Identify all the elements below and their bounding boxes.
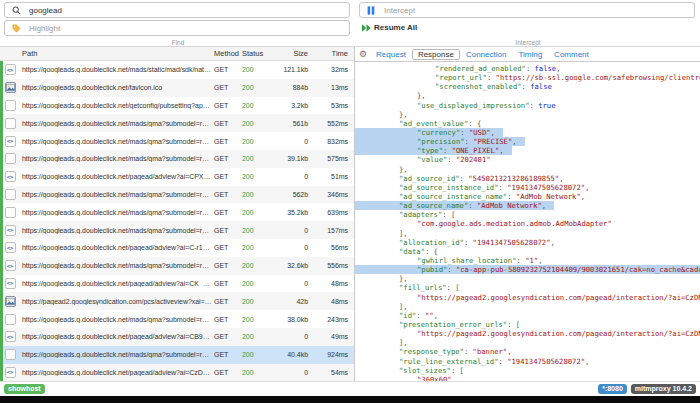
tab-request[interactable]: Request (370, 49, 412, 60)
json-line: "adapters": [ (355, 210, 700, 219)
flow-marker (0, 239, 3, 257)
flow-status: 200 (242, 138, 268, 145)
json-line: "rule_line_external_id": "19413475056280… (355, 357, 700, 366)
flow-row[interactable]: https://googleads.g.doubleclick.net/favi… (0, 79, 354, 97)
flow-row[interactable]: https://googleads.g.doubleclick.net/mads… (0, 257, 354, 275)
highlight-input[interactable] (27, 22, 349, 34)
intercept-caption: Intercept (356, 39, 700, 46)
flow-time: 32ms (308, 66, 354, 73)
code-file-icon (0, 331, 20, 342)
json-line-highlighted: "precision": "PRECISE", (355, 137, 525, 146)
flow-path: https://googleads.g.doubleclick.net/mads… (20, 155, 212, 162)
flow-marker (0, 221, 3, 239)
flow-marker (0, 292, 3, 310)
flow-time: 54ms (308, 369, 354, 376)
code-file-icon (0, 278, 20, 289)
image-file-icon (0, 296, 20, 307)
intercept-input[interactable] (382, 4, 694, 16)
tab-response[interactable]: Response (412, 49, 460, 60)
document-file-icon (0, 153, 20, 164)
flow-path: https://googleads.g.doubleclick.net/page… (20, 244, 212, 251)
flow-method: GET (212, 138, 242, 145)
flow-row[interactable]: https://googleads.g.doubleclick.net/getc… (0, 97, 354, 115)
flow-marker (0, 346, 3, 364)
column-header-status[interactable]: Status (242, 49, 268, 58)
flow-method: GET (212, 191, 242, 198)
flow-path: https://googleads.g.doubleclick.net/mads… (20, 209, 212, 216)
json-line: "value": "202401" (355, 155, 700, 164)
code-file-icon (0, 225, 20, 236)
flow-status: 200 (242, 351, 268, 358)
json-line: "data": { (355, 247, 700, 256)
flow-method: GET (212, 351, 242, 358)
flow-path: https://googleads.g.doubleclick.net/mads… (20, 120, 212, 127)
tab-connection[interactable]: Connection (460, 49, 512, 60)
flow-row[interactable]: https://googleads.g.doubleclick.net/page… (0, 275, 354, 293)
detail-tabs: ⚙ RequestResponseConnectionTimingComment (355, 47, 700, 62)
flow-size: 0 (268, 333, 308, 340)
flow-row[interactable]: https://googleads.g.doubleclick.net/mads… (0, 150, 354, 168)
gear-icon[interactable]: ⚙ (359, 50, 367, 59)
flow-row[interactable]: https://pagead2.googlesyndication.com/pc… (0, 292, 354, 310)
version-badge: mitmproxy 10.4.2 (631, 384, 696, 394)
flow-status: 200 (242, 244, 268, 251)
json-line: "allocation_id": "1941347505628072", (355, 238, 700, 247)
response-json-view[interactable]: "rendered_ad_enabled": false,"report_url… (355, 62, 700, 381)
mitmproxy-web-app: Find Resume All Intercept Path Method St… (0, 0, 700, 403)
flow-row[interactable]: https://googleads.g.doubleclick.net/mads… (0, 346, 354, 364)
column-header-path[interactable]: Path (20, 49, 212, 58)
json-line: "slot_sizes": [ (355, 366, 700, 375)
tab-timing[interactable]: Timing (512, 49, 548, 60)
flow-size: 0 (268, 138, 308, 145)
flow-row[interactable]: https://googleads.g.doubleclick.net/mads… (0, 203, 354, 221)
flow-marker (0, 328, 3, 346)
flow-marker (0, 364, 3, 381)
flow-row[interactable]: https://googleads.g.doubleclick.net/mads… (0, 61, 354, 79)
search-input[interactable] (27, 4, 349, 16)
flow-row[interactable]: https://googleads.g.doubleclick.net/mads… (0, 221, 354, 239)
code-file-icon (0, 171, 20, 182)
flow-size: 0 (268, 369, 308, 376)
flow-time: 56ms (308, 244, 354, 251)
flow-path: https://googleads.g.doubleclick.net/favi… (20, 84, 212, 91)
flow-method: GET (212, 209, 242, 216)
flow-time: 243ms (308, 316, 354, 323)
flow-method: GET (212, 333, 242, 340)
flow-path: https://googleads.g.doubleclick.net/mads… (20, 191, 212, 198)
json-line: ], (355, 338, 700, 347)
flow-row[interactable]: https://googleads.g.doubleclick.net/mads… (0, 114, 354, 132)
flow-row[interactable]: https://googleads.g.doubleclick.net/page… (0, 168, 354, 186)
flow-size: 39.1kb (268, 155, 308, 162)
flow-method: GET (212, 155, 242, 162)
flow-marker (0, 310, 3, 328)
flow-row[interactable]: https://googleads.g.doubleclick.net/mads… (0, 132, 354, 150)
flow-size: 0 (268, 173, 308, 180)
flow-size: 0 (268, 227, 308, 234)
column-header-method[interactable]: Method (212, 49, 242, 58)
flow-row[interactable]: https://googleads.g.doubleclick.net/mads… (0, 310, 354, 328)
flow-marker (0, 79, 3, 97)
flow-size: 561b (268, 120, 308, 127)
flow-marker (0, 257, 3, 275)
flow-size: 0 (268, 244, 308, 251)
search-group (4, 2, 350, 18)
flow-time: 51ms (308, 173, 354, 180)
flow-row[interactable]: https://googleads.g.doubleclick.net/page… (0, 364, 354, 381)
tag-icon (5, 24, 27, 33)
flow-size: 121.1kb (268, 66, 308, 73)
column-header-time[interactable]: Time (308, 49, 354, 58)
flow-time: 346ms (308, 191, 354, 198)
tab-comment[interactable]: Comment (548, 49, 595, 60)
flow-marker (0, 97, 3, 115)
find-caption: Find (0, 39, 356, 46)
flow-size: 0 (268, 280, 308, 287)
flow-row[interactable]: https://googleads.g.doubleclick.net/page… (0, 328, 354, 346)
flow-row[interactable]: https://googleads.g.doubleclick.net/mads… (0, 186, 354, 204)
flow-status: 200 (242, 155, 268, 162)
resume-all-button[interactable]: Resume All (360, 22, 419, 33)
flow-row[interactable]: https://googleads.g.doubleclick.net/page… (0, 239, 354, 257)
flow-method: GET (212, 262, 242, 269)
code-file-icon (0, 242, 20, 253)
flow-status: 200 (242, 66, 268, 73)
column-header-size[interactable]: Size (268, 49, 308, 58)
